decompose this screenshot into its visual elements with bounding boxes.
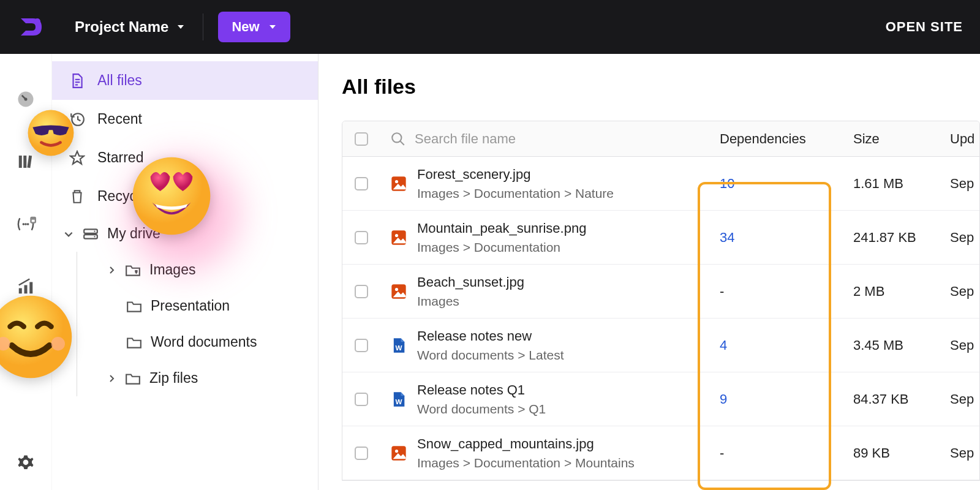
row-checkbox[interactable] [355, 177, 368, 190]
select-all-checkbox[interactable] [355, 132, 368, 146]
dependencies-value: - [720, 445, 724, 461]
open-site-link[interactable]: OPEN SITE [886, 19, 963, 35]
svg-point-6 [23, 223, 25, 225]
svg-rect-10 [32, 220, 35, 222]
row-checkbox[interactable] [355, 285, 368, 298]
new-button-label: New [232, 19, 259, 35]
svg-point-7 [24, 223, 27, 225]
svg-line-28 [400, 141, 404, 145]
file-path: Word documents > Q1 [417, 402, 546, 417]
svg-point-8 [27, 223, 29, 225]
size-value: 241.87 KB [843, 230, 940, 246]
sidebar-item-all-files[interactable]: All files [52, 61, 318, 100]
trash-icon [69, 189, 85, 205]
svg-point-41 [0, 296, 72, 378]
size-value: 89 KB [843, 445, 940, 461]
col-header-updated[interactable]: Upd [940, 131, 979, 147]
svg-point-18 [23, 459, 29, 465]
svg-rect-4 [23, 156, 26, 168]
file-type-icon [390, 445, 407, 462]
sidebar-label: All files [97, 72, 142, 89]
updated-value: Sep [940, 230, 979, 246]
table-row[interactable]: WRelease notes newWord documents > Lates… [342, 318, 979, 372]
dependencies-value[interactable]: 9 [720, 391, 727, 407]
dependencies-value[interactable]: 34 [720, 230, 734, 245]
dependencies-value: - [720, 284, 724, 299]
sidebar-item-recent[interactable]: Recent [52, 100, 318, 138]
tree-zip-files[interactable]: Zip files [77, 360, 318, 396]
table-row[interactable]: Beach_sunset.jpgImages-2 MBSep [342, 265, 979, 318]
file-type-icon [390, 229, 407, 246]
file-icon [69, 73, 85, 89]
updated-value: Sep [940, 445, 979, 461]
tree-presentation[interactable]: Presentation [77, 288, 318, 324]
row-checkbox[interactable] [355, 231, 368, 244]
file-name: Release notes new [417, 328, 564, 344]
svg-point-25 [94, 230, 95, 232]
rail-dashboard-icon[interactable] [13, 87, 38, 111]
table-row[interactable]: WRelease notes Q1Word documents > Q1984.… [342, 372, 979, 426]
table-row[interactable]: Mountain_peak_sunrise.pngImages > Docume… [342, 211, 979, 265]
emoji-cool-icon [27, 109, 75, 157]
new-button[interactable]: New [218, 12, 290, 42]
svg-rect-12 [24, 285, 28, 294]
svg-point-30 [395, 179, 398, 183]
file-name: Snow_capped_mountains.jpg [417, 436, 635, 452]
folder-icon [126, 336, 142, 349]
sidebar-label: Recent [97, 111, 142, 127]
svg-text:W: W [395, 398, 402, 405]
dependencies-value[interactable]: 10 [720, 176, 734, 191]
table-row[interactable]: Snow_capped_mountains.jpgImages > Docume… [342, 426, 979, 480]
file-table: Dependencies Size Upd Forest_scenery.jpg… [342, 121, 980, 481]
row-checkbox[interactable] [355, 393, 368, 406]
file-path: Word documents > Latest [417, 348, 564, 363]
row-checkbox[interactable] [355, 339, 368, 352]
table-row[interactable]: Forest_scenery.jpgImages > Documentation… [342, 157, 979, 211]
dependencies-value[interactable]: 4 [720, 337, 727, 353]
chevron-right-icon [107, 265, 116, 275]
size-value: 84.37 KB [843, 391, 940, 407]
file-path: Images > Documentation > Mountains [417, 456, 635, 470]
tree-label: Zip files [149, 370, 198, 386]
row-checkbox[interactable] [355, 447, 368, 460]
svg-point-38 [395, 449, 398, 452]
file-type-icon [390, 175, 407, 192]
table-header: Dependencies Size Upd [342, 121, 979, 157]
rail-settings-icon[interactable] [13, 451, 38, 475]
emoji-heart-eyes-icon [131, 156, 212, 236]
file-name: Beach_sunset.jpg [417, 274, 524, 290]
updated-value: Sep [940, 176, 979, 192]
tree-word-documents[interactable]: Word documents [77, 324, 318, 360]
rail-api-icon[interactable] [13, 212, 38, 236]
svg-point-32 [395, 233, 398, 236]
size-value: 3.45 MB [843, 337, 940, 353]
svg-rect-5 [27, 156, 32, 168]
svg-rect-13 [29, 282, 32, 294]
tree-label: Word documents [151, 334, 257, 350]
svg-point-34 [395, 287, 398, 290]
file-path: Images > Documentation > Nature [417, 186, 614, 201]
main-area: All files Dependencies Size Upd Forest_s… [318, 54, 980, 490]
chevron-down-icon [268, 23, 277, 31]
search-input[interactable] [415, 131, 583, 147]
updated-value: Sep [940, 337, 979, 353]
folder-shield-icon [125, 263, 141, 277]
file-type-icon: W [390, 391, 407, 408]
svg-rect-3 [19, 156, 22, 168]
search-icon [390, 131, 406, 147]
chevron-down-icon [63, 228, 74, 239]
svg-point-0 [34, 18, 40, 24]
drive-icon [83, 227, 99, 241]
svg-point-2 [24, 98, 28, 101]
project-dropdown[interactable]: Project Name [75, 18, 186, 36]
page-title: All files [342, 75, 980, 99]
size-value: 2 MB [843, 284, 940, 300]
svg-point-40 [133, 157, 211, 235]
header-divider [203, 13, 203, 40]
file-type-icon: W [390, 337, 407, 354]
emoji-smile-icon [0, 294, 74, 380]
col-header-size[interactable]: Size [843, 131, 940, 147]
col-header-dependencies[interactable]: Dependencies [710, 131, 843, 147]
updated-value: Sep [940, 284, 979, 300]
file-name: Forest_scenery.jpg [417, 167, 614, 183]
